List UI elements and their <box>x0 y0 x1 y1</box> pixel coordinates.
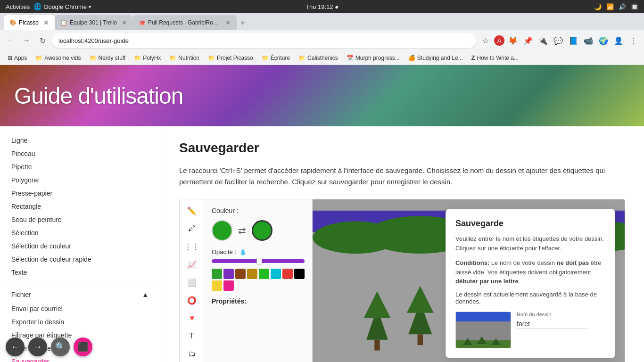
tab-picasso[interactable]: 🎨 Picasso ✕ <box>4 15 55 30</box>
sv-conditions-end: . <box>519 278 520 285</box>
bookmark-how-to-write[interactable]: Z How to Write a... <box>468 53 522 62</box>
swatch-cyan[interactable] <box>271 269 281 279</box>
new-tab-button[interactable]: + <box>237 16 249 30</box>
sidebar-item-selection-rapide[interactable]: Sélection de couleur rapide <box>0 253 160 266</box>
activities-label[interactable]: Activities <box>6 3 30 10</box>
sidebar-item-selection-couleur[interactable]: Sélection de couleur <box>0 239 160 253</box>
bookmark-howto-label: How to Write a... <box>477 55 519 61</box>
swatch-green[interactable] <box>212 269 222 279</box>
swatch-black[interactable] <box>294 269 305 279</box>
sidebar-file-label: Fichier <box>11 291 31 298</box>
sidebar-item-pinceau[interactable]: Pinceau <box>0 147 160 160</box>
ext-icon-3[interactable]: 🔌 <box>537 34 550 47</box>
bookmark-polyhx[interactable]: 📁 PolyHx <box>130 54 165 62</box>
reload-button[interactable]: ↻ <box>36 34 49 47</box>
back-button[interactable]: ← <box>4 34 17 47</box>
bookmark-awesome-vids[interactable]: 📁 Awesome vids <box>32 54 84 62</box>
nav-next-button[interactable]: → <box>28 337 47 356</box>
tab-trello-close[interactable]: ✕ <box>122 19 127 26</box>
tool-square[interactable]: ⬜ <box>183 274 200 291</box>
tool-grid[interactable]: ⋮⋮ <box>183 238 200 255</box>
dropdown-icon[interactable]: ▾ <box>89 4 91 9</box>
sidebar-item-selection[interactable]: Sélection <box>0 226 160 239</box>
adblock-icon[interactable]: A <box>494 35 504 46</box>
tray-icon[interactable]: 🔲 <box>631 3 638 10</box>
sv-name-input[interactable] <box>517 319 587 329</box>
section-description: Le raccourci 'Ctrl+S' permet d'accéder r… <box>179 165 625 188</box>
sidebar-selrapide-label: Sélection de couleur rapide <box>11 255 91 263</box>
tab-github[interactable]: 🐙 Pull Requests · GabrielRoc... ✕ <box>133 15 237 30</box>
calendar-icon: 📅 <box>347 55 354 61</box>
sidebar-item-rectangle[interactable]: Rectangle <box>0 200 160 213</box>
page-content: Guide d'utilisation Ligne Pinceau Pipett… <box>0 65 644 362</box>
tool-brush[interactable]: 🖊 <box>183 220 200 237</box>
ext-icon-5[interactable]: 📘 <box>567 34 580 47</box>
swap-colors-button[interactable]: ⇄ <box>238 225 246 236</box>
browser-name-label[interactable]: Google Chrome <box>43 3 87 10</box>
ext-icon-1[interactable]: 🦊 <box>506 34 520 47</box>
ext-icon-7[interactable]: 🌍 <box>597 34 610 47</box>
swatch-red[interactable] <box>282 269 293 279</box>
bookmark-apps[interactable]: ⊞ Apps <box>4 54 31 62</box>
ext-icon-6[interactable]: 📹 <box>582 34 595 47</box>
tool-layers[interactable]: 🗂 <box>183 346 200 362</box>
sidebar-item-seau[interactable]: Seau de peinture <box>0 213 160 226</box>
moon-icon[interactable]: 🌙 <box>594 3 602 10</box>
tool-text[interactable]: T <box>183 328 200 345</box>
primary-color-swatch[interactable] <box>212 220 232 241</box>
swatch-pink[interactable] <box>223 280 234 291</box>
tab-picasso-close[interactable]: ✕ <box>43 19 49 26</box>
secondary-color-swatch[interactable] <box>252 220 272 241</box>
login-nav-button[interactable]: ⬛ <box>74 337 92 356</box>
bookmark-studying-label: Studying and Le... <box>417 55 463 61</box>
github-favicon: 🐙 <box>139 19 145 26</box>
opacity-slider[interactable] <box>212 259 305 263</box>
sidebar-item-presse-papier[interactable]: Presse-papier <box>0 187 160 200</box>
svg-rect-11 <box>418 334 423 345</box>
tab-github-close[interactable]: ✕ <box>225 19 231 26</box>
volume-icon[interactable]: 🔊 <box>619 3 626 10</box>
sidebar-item-ligne[interactable]: Ligne <box>0 134 160 147</box>
swatch-yellow[interactable] <box>212 280 222 291</box>
sidebar-item-polygone[interactable]: Polygone <box>0 173 160 187</box>
ext-icon-8[interactable]: 👤 <box>612 34 625 47</box>
forward-button[interactable]: → <box>20 34 33 47</box>
bookmark-ecriture[interactable]: 📁 Écriture <box>258 54 294 62</box>
tool-chart[interactable]: 📈 <box>183 256 200 273</box>
bookmark-studying[interactable]: 🍊 Studying and Le... <box>405 54 467 62</box>
ext-icon-4[interactable]: 💬 <box>552 34 565 47</box>
menu-button[interactable]: ⋮ <box>627 34 640 47</box>
wifi-icon[interactable]: 📶 <box>606 3 614 10</box>
apps-grid-icon: ⊞ <box>8 55 12 61</box>
swatch-goldenrod[interactable] <box>247 269 257 279</box>
url-input[interactable] <box>52 33 476 48</box>
nav-prev-button[interactable]: ← <box>6 337 25 356</box>
bookmark-nerdy-label: Nerdy stuff <box>99 55 126 61</box>
ext-icon-2[interactable]: 📌 <box>521 34 535 47</box>
sidebar-divider <box>0 283 160 283</box>
bookmark-nerdy-stuff[interactable]: 📁 Nerdy stuff <box>86 54 130 62</box>
bookmark-star-button[interactable]: ☆ <box>479 34 492 47</box>
swatch-brown[interactable] <box>235 269 246 279</box>
swatch-lime[interactable] <box>259 269 269 279</box>
sv-form-area: Nom du dessin <box>517 312 587 329</box>
bookmarks-bar: ⊞ Apps 📁 Awesome vids 📁 Nerdy stuff 📁 Po… <box>0 51 644 65</box>
sidebar-file-header[interactable]: Fichier ▲ <box>0 287 160 302</box>
tool-circle[interactable]: ⭕ <box>183 292 200 309</box>
tab-trello[interactable]: 📋 Équipe 301 | Trello ✕ <box>55 15 133 30</box>
search-nav-button[interactable]: 🔍 <box>51 337 70 356</box>
bookmark-murph[interactable]: 📅 Murph progress... <box>343 54 404 62</box>
sidebar-item-envoi[interactable]: Envoi par courriel <box>0 302 160 315</box>
sv-panel-desc: Veuillez entrer le nom et les étiquettes… <box>455 234 605 253</box>
swatch-purple[interactable] <box>223 269 234 279</box>
bookmark-polyhx-label: PolyHx <box>143 55 161 61</box>
sidebar-item-texte[interactable]: Texte <box>0 266 160 279</box>
tool-pen[interactable]: ✏️ <box>183 202 200 219</box>
sidebar-item-pipette[interactable]: Pipette <box>0 160 160 173</box>
sidebar-item-exporter[interactable]: Exporter le dessin <box>0 315 160 329</box>
tool-triangle[interactable]: 🔻 <box>183 310 200 327</box>
bookmark-calisthenics[interactable]: 📁 Calisthenics <box>295 54 342 62</box>
bookmark-nutrition[interactable]: 📁 Nutrition <box>165 54 203 62</box>
bookmark-projet-picasso[interactable]: 📁 Projet Picasso <box>204 54 257 62</box>
opacity-slider-thumb[interactable] <box>256 258 262 264</box>
